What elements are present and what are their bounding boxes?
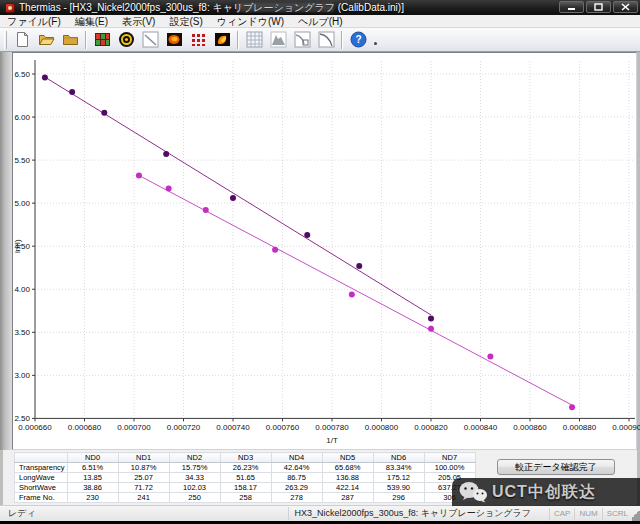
table-row: Frame No.230241250258278287296306 <box>15 493 476 503</box>
table-cell: 287 <box>322 493 373 503</box>
table-cell: 258 <box>220 493 271 503</box>
table-cell: 15.75% <box>169 463 220 473</box>
menubar: ファイル(F)編集(E)表示(V)設定(S)ウィンドウ(W)ヘルプ(H) <box>0 15 640 28</box>
menu-item-2[interactable]: 表示(V) <box>115 15 162 28</box>
thermal-image-icon <box>166 31 183 48</box>
y-tick-label: 3.50 <box>14 328 30 337</box>
slope-line-icon <box>142 31 159 48</box>
menu-item-1[interactable]: 編集(E) <box>68 15 115 28</box>
maximize-button[interactable] <box>586 1 611 13</box>
folder-icon <box>62 31 79 48</box>
histogram-button[interactable] <box>267 29 289 50</box>
confirm-calibration-button[interactable]: 較正データ確認完了 <box>497 459 615 475</box>
color-matrix-button[interactable] <box>187 29 209 50</box>
film-frames-button[interactable] <box>91 29 113 50</box>
target-button[interactable] <box>115 29 137 50</box>
menu-item-5[interactable]: ヘルプ(H) <box>291 15 350 28</box>
table-row-label: LongWave <box>15 473 68 483</box>
table-cell: 539.90 <box>373 483 424 493</box>
data-grid-button[interactable] <box>243 29 265 50</box>
help-button[interactable]: ? <box>347 29 369 50</box>
x-tick-label: 0.000800 <box>365 423 399 432</box>
data-point-shortwave <box>69 89 75 95</box>
table-row: Transparency6.51%10.87%15.75%26.23%42.64… <box>15 463 476 473</box>
menu-item-4[interactable]: ウィンドウ(W) <box>210 15 291 28</box>
data-point-shortwave <box>304 232 310 238</box>
x-tick-label: 0.000820 <box>414 423 448 432</box>
x-tick-label: 0.000760 <box>266 423 300 432</box>
table-cell: 83.34% <box>373 463 424 473</box>
table-header-cell: ND5 <box>322 453 373 463</box>
x-tick-label: 0.000780 <box>315 423 349 432</box>
close-button[interactable] <box>613 1 638 13</box>
table-row-label: ShortWave <box>15 483 68 493</box>
table-cell: 102.03 <box>169 483 220 493</box>
table-cell: 34.33 <box>169 473 220 483</box>
x-tick-label: 0.000700 <box>117 423 151 432</box>
window-title: Thermias - [HX3_Nickel2000fps_300us_f8: … <box>19 1 404 15</box>
new-file-button[interactable] <box>11 29 33 50</box>
minimize-button[interactable] <box>559 1 584 13</box>
table-cell: 136.88 <box>322 473 373 483</box>
open-file-button[interactable] <box>35 29 57 50</box>
toolbar-separator <box>237 31 239 49</box>
status-toggle-scrl: SCRL <box>602 508 632 520</box>
close-icon <box>621 3 630 11</box>
x-tick-label: 0.000740 <box>216 423 250 432</box>
minimize-icon <box>567 4 576 11</box>
data-point-shortwave <box>163 151 169 157</box>
table-cell: 250 <box>169 493 220 503</box>
x-tick-label: 0.000860 <box>513 423 547 432</box>
table-row: LongWave13.8525.0734.3351.6586.75136.881… <box>15 473 476 483</box>
thermal-palette-icon <box>214 31 231 48</box>
y-tick-label: 3.00 <box>14 371 30 380</box>
histogram-icon <box>270 31 287 48</box>
redacted-smudge <box>236 3 334 12</box>
thermal-image-button[interactable] <box>163 29 185 50</box>
table-row-label: Frame No. <box>15 493 68 503</box>
new-file-icon <box>14 31 31 48</box>
table-cell: 38.86 <box>67 483 118 493</box>
table-cell: 71.72 <box>118 483 169 493</box>
toolbar-separator <box>85 31 87 49</box>
curve-button[interactable] <box>315 29 337 50</box>
color-matrix-icon <box>190 31 207 48</box>
curve-inspect-icon <box>294 31 311 48</box>
status-ready-text: レディ <box>0 507 288 520</box>
film-frames-icon <box>94 31 111 48</box>
curve-inspect-button[interactable] <box>291 29 313 50</box>
table-header-cell <box>15 453 68 463</box>
table-header-cell: ND6 <box>373 453 424 463</box>
table-cell: 6.51% <box>67 463 118 473</box>
x-tick-label: 0.000900 <box>612 423 640 432</box>
table-cell: 100.00% <box>424 463 475 473</box>
client-edge-left <box>0 52 12 450</box>
y-tick-label: 2.50 <box>14 414 30 423</box>
toolbar: ? <box>0 28 640 52</box>
table-cell: 13.85 <box>67 473 118 483</box>
data-point-longwave <box>272 247 278 253</box>
data-point-shortwave <box>428 316 434 322</box>
menu-item-0[interactable]: ファイル(F) <box>0 15 68 28</box>
y-axis-title: ln(I) <box>13 239 22 253</box>
table-cell: 25.07 <box>118 473 169 483</box>
thermal-palette-button[interactable] <box>211 29 233 50</box>
data-point-longwave <box>428 326 434 332</box>
table-cell: 422.14 <box>322 483 373 493</box>
save-folder-button[interactable] <box>59 29 81 50</box>
app-icon <box>5 3 15 13</box>
resize-grip[interactable] <box>632 506 640 522</box>
titlebar: Thermias - [HX3_Nickel2000fps_300us_f8: … <box>0 0 640 15</box>
calibration-table: ND0ND1ND2ND3ND4ND5ND6ND7 Transparency6.5… <box>14 452 476 503</box>
table-cell: 65.68% <box>322 463 373 473</box>
app-window: Thermias - [HX3_Nickel2000fps_300us_f8: … <box>0 0 640 524</box>
table-row: ShortWave38.8671.72102.03158.17263.29422… <box>15 483 476 493</box>
menu-item-3[interactable]: 設定(S) <box>162 15 209 28</box>
slope-line-button[interactable] <box>139 29 161 50</box>
data-point-longwave <box>166 186 172 192</box>
data-point-shortwave <box>101 110 107 116</box>
calibration-chart: 0.0006600.0006800.0007000.0007200.000740… <box>12 52 637 450</box>
data-point-longwave <box>136 173 142 179</box>
table-cell: 230 <box>67 493 118 503</box>
y-tick-label: 5.00 <box>14 199 30 208</box>
